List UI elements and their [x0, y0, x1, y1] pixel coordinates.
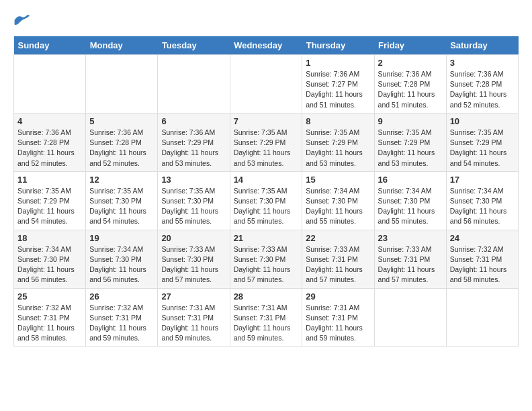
day-number: 21: [234, 233, 299, 243]
calendar-cell: 22Sunrise: 7:33 AM Sunset: 7:31 PM Dayli…: [302, 230, 374, 288]
day-number: 29: [306, 291, 370, 302]
calendar-week-row: 11Sunrise: 7:35 AM Sunset: 7:29 PM Dayli…: [14, 171, 519, 230]
calendar-body: 1Sunrise: 7:36 AM Sunset: 7:27 PM Daylig…: [14, 55, 519, 347]
calendar-cell: 11Sunrise: 7:35 AM Sunset: 7:29 PM Dayli…: [14, 171, 86, 230]
calendar-table: SundayMondayTuesdayWednesdayThursdayFrid…: [13, 36, 519, 347]
calendar-cell: 3Sunrise: 7:36 AM Sunset: 7:28 PM Daylig…: [446, 55, 518, 113]
calendar-cell: 9Sunrise: 7:35 AM Sunset: 7:29 PM Daylig…: [374, 113, 446, 171]
day-number: 8: [306, 116, 370, 126]
day-info: Sunrise: 7:32 AM Sunset: 7:31 PM Dayligh…: [450, 244, 515, 285]
calendar-cell: 13Sunrise: 7:35 AM Sunset: 7:30 PM Dayli…: [158, 171, 230, 230]
day-number: 14: [234, 175, 299, 185]
calendar-header-saturday: Saturday: [446, 36, 518, 55]
day-number: 26: [89, 291, 154, 302]
day-info: Sunrise: 7:35 AM Sunset: 7:29 PM Dayligh…: [234, 128, 299, 169]
calendar-cell: 24Sunrise: 7:32 AM Sunset: 7:31 PM Dayli…: [446, 230, 518, 288]
calendar-cell: 27Sunrise: 7:31 AM Sunset: 7:31 PM Dayli…: [158, 288, 230, 347]
day-number: 10: [450, 116, 515, 126]
calendar-header-friday: Friday: [374, 36, 446, 55]
day-info: Sunrise: 7:31 AM Sunset: 7:31 PM Dayligh…: [306, 303, 370, 344]
calendar-header-row: SundayMondayTuesdayWednesdayThursdayFrid…: [14, 36, 519, 55]
day-info: Sunrise: 7:36 AM Sunset: 7:28 PM Dayligh…: [450, 69, 515, 110]
day-info: Sunrise: 7:36 AM Sunset: 7:29 PM Dayligh…: [161, 128, 226, 169]
calendar-cell: 4Sunrise: 7:36 AM Sunset: 7:28 PM Daylig…: [14, 113, 86, 171]
day-number: 5: [89, 116, 154, 126]
day-number: 28: [234, 291, 299, 302]
day-number: 12: [89, 175, 154, 185]
day-number: 25: [17, 291, 82, 302]
day-number: 1: [306, 58, 370, 68]
calendar-cell: [374, 288, 446, 347]
calendar-week-row: 25Sunrise: 7:32 AM Sunset: 7:31 PM Dayli…: [14, 288, 519, 347]
calendar-cell: 18Sunrise: 7:34 AM Sunset: 7:30 PM Dayli…: [14, 230, 86, 288]
day-number: 27: [161, 291, 226, 302]
calendar-cell: [14, 55, 86, 113]
day-info: Sunrise: 7:35 AM Sunset: 7:30 PM Dayligh…: [89, 186, 154, 227]
calendar-cell: 7Sunrise: 7:35 AM Sunset: 7:29 PM Daylig…: [230, 113, 302, 171]
day-info: Sunrise: 7:32 AM Sunset: 7:31 PM Dayligh…: [17, 303, 82, 344]
day-number: 4: [17, 116, 82, 126]
calendar-cell: [230, 55, 302, 113]
day-number: 9: [378, 116, 443, 126]
calendar-week-row: 18Sunrise: 7:34 AM Sunset: 7:30 PM Dayli…: [14, 230, 519, 288]
logo: [13, 13, 32, 30]
day-number: 16: [378, 175, 443, 185]
day-info: Sunrise: 7:34 AM Sunset: 7:30 PM Dayligh…: [306, 186, 370, 227]
calendar-week-row: 1Sunrise: 7:36 AM Sunset: 7:27 PM Daylig…: [14, 55, 519, 113]
day-info: Sunrise: 7:36 AM Sunset: 7:28 PM Dayligh…: [17, 128, 82, 169]
day-info: Sunrise: 7:35 AM Sunset: 7:30 PM Dayligh…: [234, 186, 299, 227]
day-info: Sunrise: 7:35 AM Sunset: 7:29 PM Dayligh…: [17, 186, 82, 227]
calendar-cell: 29Sunrise: 7:31 AM Sunset: 7:31 PM Dayli…: [302, 288, 374, 347]
day-info: Sunrise: 7:34 AM Sunset: 7:30 PM Dayligh…: [378, 186, 443, 227]
day-info: Sunrise: 7:35 AM Sunset: 7:29 PM Dayligh…: [378, 128, 443, 169]
day-info: Sunrise: 7:33 AM Sunset: 7:30 PM Dayligh…: [234, 244, 299, 285]
day-number: 24: [450, 233, 515, 243]
day-number: 15: [306, 175, 370, 185]
calendar-cell: 23Sunrise: 7:33 AM Sunset: 7:31 PM Dayli…: [374, 230, 446, 288]
calendar-header-monday: Monday: [86, 36, 158, 55]
calendar-header-sunday: Sunday: [14, 36, 86, 55]
day-number: 7: [234, 116, 299, 126]
page-header: [13, 13, 519, 30]
calendar-header-thursday: Thursday: [302, 36, 374, 55]
day-number: 13: [161, 175, 226, 185]
day-info: Sunrise: 7:31 AM Sunset: 7:31 PM Dayligh…: [234, 303, 299, 344]
day-number: 6: [161, 116, 226, 126]
calendar-cell: [158, 55, 230, 113]
calendar-cell: 12Sunrise: 7:35 AM Sunset: 7:30 PM Dayli…: [86, 171, 158, 230]
calendar-cell: 28Sunrise: 7:31 AM Sunset: 7:31 PM Dayli…: [230, 288, 302, 347]
calendar-week-row: 4Sunrise: 7:36 AM Sunset: 7:28 PM Daylig…: [14, 113, 519, 171]
calendar-cell: [446, 288, 518, 347]
day-number: 3: [450, 58, 515, 68]
calendar-header-tuesday: Tuesday: [158, 36, 230, 55]
day-info: Sunrise: 7:31 AM Sunset: 7:31 PM Dayligh…: [161, 303, 226, 344]
calendar-cell: 1Sunrise: 7:36 AM Sunset: 7:27 PM Daylig…: [302, 55, 374, 113]
calendar-cell: 16Sunrise: 7:34 AM Sunset: 7:30 PM Dayli…: [374, 171, 446, 230]
logo-icon: [13, 13, 30, 30]
day-info: Sunrise: 7:34 AM Sunset: 7:30 PM Dayligh…: [450, 186, 515, 227]
day-number: 20: [161, 233, 226, 243]
day-number: 11: [17, 175, 82, 185]
day-info: Sunrise: 7:35 AM Sunset: 7:29 PM Dayligh…: [450, 128, 515, 169]
calendar-cell: 15Sunrise: 7:34 AM Sunset: 7:30 PM Dayli…: [302, 171, 374, 230]
day-info: Sunrise: 7:34 AM Sunset: 7:30 PM Dayligh…: [89, 244, 154, 285]
day-info: Sunrise: 7:32 AM Sunset: 7:31 PM Dayligh…: [89, 303, 154, 344]
day-info: Sunrise: 7:33 AM Sunset: 7:31 PM Dayligh…: [306, 244, 370, 285]
calendar-cell: 19Sunrise: 7:34 AM Sunset: 7:30 PM Dayli…: [86, 230, 158, 288]
day-info: Sunrise: 7:36 AM Sunset: 7:28 PM Dayligh…: [89, 128, 154, 169]
day-info: Sunrise: 7:33 AM Sunset: 7:31 PM Dayligh…: [378, 244, 443, 285]
day-number: 19: [89, 233, 154, 243]
calendar-cell: 10Sunrise: 7:35 AM Sunset: 7:29 PM Dayli…: [446, 113, 518, 171]
day-number: 22: [306, 233, 370, 243]
calendar-cell: 14Sunrise: 7:35 AM Sunset: 7:30 PM Dayli…: [230, 171, 302, 230]
day-info: Sunrise: 7:33 AM Sunset: 7:30 PM Dayligh…: [161, 244, 226, 285]
day-info: Sunrise: 7:35 AM Sunset: 7:30 PM Dayligh…: [161, 186, 226, 227]
calendar-cell: 6Sunrise: 7:36 AM Sunset: 7:29 PM Daylig…: [158, 113, 230, 171]
day-info: Sunrise: 7:36 AM Sunset: 7:27 PM Dayligh…: [306, 69, 370, 110]
day-info: Sunrise: 7:36 AM Sunset: 7:28 PM Dayligh…: [378, 69, 443, 110]
day-number: 17: [450, 175, 515, 185]
day-info: Sunrise: 7:34 AM Sunset: 7:30 PM Dayligh…: [17, 244, 82, 285]
day-number: 18: [17, 233, 82, 243]
calendar-cell: 21Sunrise: 7:33 AM Sunset: 7:30 PM Dayli…: [230, 230, 302, 288]
day-info: Sunrise: 7:35 AM Sunset: 7:29 PM Dayligh…: [306, 128, 370, 169]
